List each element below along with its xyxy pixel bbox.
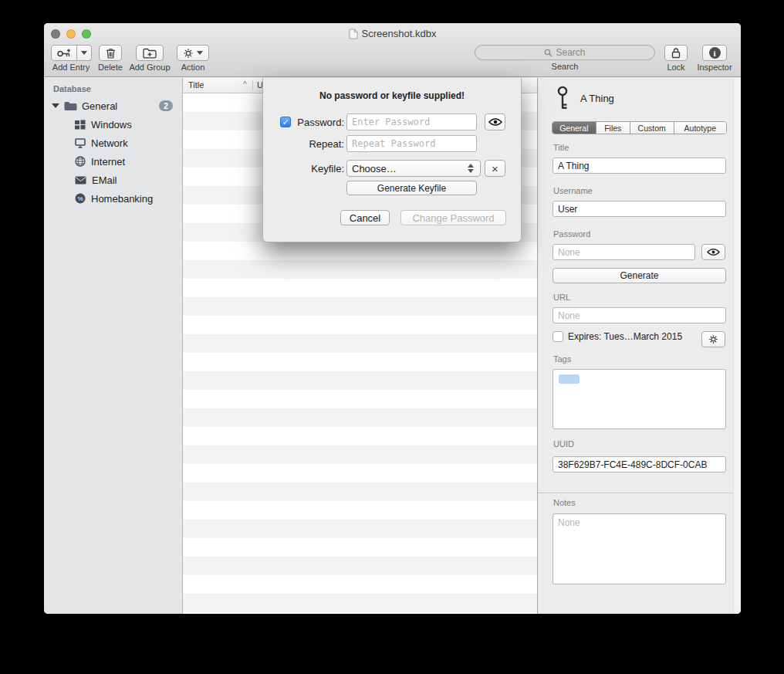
folder-icon — [64, 101, 77, 111]
tab-autotype[interactable]: Autotype — [674, 122, 726, 134]
tab-files[interactable]: Files — [596, 122, 630, 134]
generate-password-button[interactable]: Generate — [553, 268, 726, 283]
add-group-label: Add Group — [129, 63, 170, 72]
svg-text:%: % — [77, 195, 83, 202]
delete-button[interactable]: Delete — [93, 45, 127, 72]
toolbar: Add Entry Delete Add Group Action — [44, 44, 741, 77]
lock-icon — [671, 47, 681, 59]
username-field-label: Username — [553, 186, 593, 195]
globe-icon — [75, 156, 86, 167]
inspector-scrollbar[interactable] — [733, 78, 741, 614]
app-window: Screenshot.kdbx Add Entry Delete — [44, 23, 741, 614]
change-password-sheet: No password or keyfile supplied! ✓ Passw… — [262, 78, 522, 242]
cancel-button[interactable]: Cancel — [340, 210, 390, 225]
sidebar-group-windows[interactable]: Windows — [44, 115, 182, 134]
add-entry-button[interactable]: Add Entry — [49, 45, 93, 72]
tag-chip[interactable] — [559, 374, 580, 384]
reveal-password-button[interactable] — [701, 244, 725, 260]
column-header-title[interactable]: Title — [188, 80, 204, 90]
group-label: General — [82, 100, 117, 112]
title-field[interactable] — [553, 157, 726, 174]
computer-icon — [75, 138, 86, 148]
uuid-field-label: UUID — [553, 439, 574, 449]
uuid-field[interactable] — [553, 456, 726, 472]
action-label: Action — [181, 63, 205, 72]
search-input[interactable]: Search — [475, 45, 655, 60]
password-field[interactable] — [553, 244, 695, 260]
window-title: Screenshot.kdbx — [362, 28, 437, 39]
key-icon — [555, 84, 570, 112]
minimize-button[interactable] — [66, 29, 76, 39]
document-proxy-icon — [349, 29, 358, 39]
search-icon — [544, 49, 553, 57]
group-label: EMail — [92, 174, 117, 186]
add-entry-dropdown[interactable] — [77, 45, 92, 61]
folder-plus-icon — [143, 48, 157, 59]
group-label: Homebanking — [91, 193, 153, 205]
sidebar-group-homebanking[interactable]: % Homebanking — [44, 189, 182, 208]
popup-stepper-icon — [468, 164, 475, 173]
add-group-button[interactable]: Add Group — [126, 45, 174, 72]
action-button[interactable]: Action — [174, 45, 212, 72]
notes-field[interactable]: None — [553, 513, 726, 584]
action-dropdown-chevron — [197, 51, 203, 55]
tags-field-label: Tags — [553, 354, 571, 364]
disclosure-triangle-icon[interactable] — [52, 103, 59, 108]
sort-ascending-icon: ^ — [243, 80, 247, 89]
eye-icon — [707, 248, 720, 256]
sidebar-group-internet[interactable]: Internet — [44, 152, 182, 171]
username-field[interactable] — [553, 201, 726, 217]
tab-general[interactable]: General — [553, 122, 596, 134]
traffic-lights — [51, 29, 91, 39]
gear-icon — [183, 48, 194, 59]
inspector-tabs: General Files Custom Autotype — [552, 121, 727, 134]
column-divider[interactable] — [252, 80, 253, 90]
envelope-icon — [75, 176, 86, 185]
password-field-label: Password — [553, 229, 590, 239]
keyfile-selected-value: Choose… — [352, 163, 397, 174]
inspector-panel: A Thing General Files Custom Autotype Ti… — [537, 78, 741, 614]
add-entry-label: Add Entry — [52, 63, 90, 72]
dialog-repeat-label: Repeat: — [267, 138, 344, 150]
sidebar-group-email[interactable]: EMail — [44, 171, 182, 189]
notes-field-label: Notes — [553, 498, 576, 507]
inspector-divider — [538, 493, 741, 493]
inspector-toggle-button[interactable]: i Inspector — [693, 45, 736, 72]
clear-keyfile-button[interactable]: × — [485, 160, 505, 177]
change-password-button[interactable]: Change Password — [400, 210, 506, 225]
dialog-keyfile-label: Keyfile: — [267, 163, 344, 174]
dialog-reveal-password-button[interactable] — [485, 113, 505, 130]
tags-box[interactable] — [553, 369, 726, 429]
url-field[interactable] — [553, 307, 726, 323]
dialog-message: No password or keyfile supplied! — [263, 90, 521, 101]
keyfile-popup-button[interactable]: Choose… — [346, 160, 481, 177]
dialog-password-input[interactable] — [346, 113, 477, 130]
generate-keyfile-button[interactable]: Generate Keyfile — [346, 181, 477, 195]
eye-icon — [488, 117, 502, 127]
dialog-password-label: Password: — [267, 117, 344, 128]
titlebar[interactable]: Screenshot.kdbx — [44, 23, 741, 44]
window-chrome: Screenshot.kdbx Add Entry Delete — [44, 23, 741, 77]
expires-settings-button[interactable] — [701, 331, 725, 347]
lock-button[interactable]: Lock — [661, 45, 691, 72]
expires-label: Expires: Tues…March 2015 — [568, 331, 682, 342]
dialog-repeat-input[interactable] — [346, 135, 477, 152]
close-button[interactable] — [51, 29, 60, 39]
group-label: Windows — [91, 119, 132, 130]
windows-icon — [75, 120, 86, 130]
group-label: Internet — [91, 156, 125, 168]
search-label: Search — [552, 62, 579, 71]
tab-custom[interactable]: Custom — [630, 122, 674, 134]
lock-label: Lock — [667, 63, 684, 72]
inspector-label: Inspector — [697, 63, 732, 72]
url-field-label: URL — [553, 293, 570, 302]
expires-checkbox[interactable] — [553, 331, 563, 342]
delete-label: Delete — [98, 63, 123, 72]
info-icon: i — [709, 47, 721, 59]
entry-title-heading: A Thing — [580, 93, 614, 104]
zoom-button[interactable] — [82, 29, 91, 39]
gear-icon — [708, 334, 718, 344]
search-area: Search Search — [475, 45, 655, 71]
sidebar-group-general[interactable]: General 2 — [44, 97, 182, 115]
sidebar-group-network[interactable]: Network — [44, 134, 182, 152]
